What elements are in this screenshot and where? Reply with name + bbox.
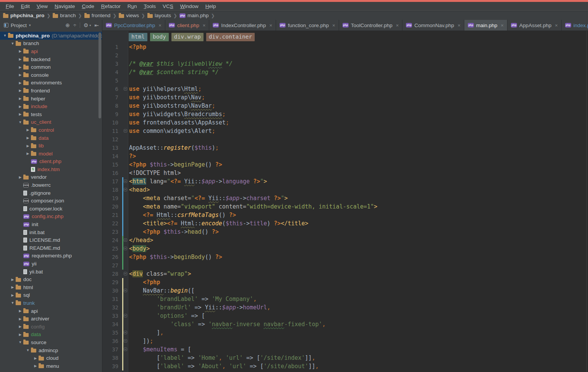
code-line-6[interactable]: 6−use yii\helpers\Html; (102, 85, 586, 93)
tree-row-common[interactable]: ▶common (0, 63, 102, 71)
code-line-28[interactable]: 28−<div class="wrap"> (102, 270, 586, 278)
code-line-39[interactable]: 39 ['label' => 'About', 'url' => ['/site… (102, 362, 586, 370)
tree-row-yii.bat[interactable]: yii.bat (0, 268, 102, 276)
tab-ToolController.php[interactable]: ToolController.php× (339, 20, 402, 31)
tree-collapse-icon[interactable]: ▶ (25, 144, 31, 148)
tree-row-api[interactable]: ▶api (0, 307, 102, 315)
breadcrumb-item-layouts[interactable]: layouts (147, 13, 171, 18)
settings-gear-icon[interactable]: ⚙ (84, 23, 89, 28)
code-line-35[interactable]: 35− ], (102, 328, 586, 337)
tag-breadcrumb-body[interactable]: body (150, 33, 169, 41)
breadcrumb-item-frontend[interactable]: frontend (84, 13, 111, 18)
tree-row-sql[interactable]: ▶sql (0, 291, 102, 299)
fold-marker-icon[interactable]: − (124, 129, 127, 133)
tree-collapse-icon[interactable]: ▶ (32, 364, 39, 368)
locate-icon[interactable]: ⊕ (65, 23, 70, 28)
tree-row-requirements.php[interactable]: requirements.php (0, 252, 102, 260)
tree-collapse-icon[interactable]: ▶ (17, 333, 23, 336)
code-line-5[interactable]: 5 (102, 76, 586, 85)
tab-function_core.php[interactable]: function_core.php× (276, 20, 339, 31)
code-line-20[interactable]: 20 <meta name="viewport" content="width=… (102, 202, 586, 211)
tree-collapse-icon[interactable]: ▶ (10, 293, 16, 297)
tree-expand-icon[interactable]: ▼ (25, 348, 31, 352)
tree-row-README.md[interactable]: README.md (0, 244, 102, 252)
code-line-19[interactable]: 19 <meta charset="<?= Yii::$app->charset… (102, 194, 586, 202)
tree-row-data[interactable]: ▶data (0, 331, 102, 339)
fold-marker-icon[interactable]: − (124, 247, 127, 250)
tree-row-lib[interactable]: ▶lib (0, 142, 102, 150)
menu-item-refactor[interactable]: Refactor (98, 3, 124, 9)
collapse-all-icon[interactable]: ÷ (73, 23, 76, 28)
tree-row-environments[interactable]: ▶environments (0, 79, 102, 87)
tree-row-.bowerrc[interactable]: .bowerrc (0, 181, 102, 189)
tree-row-uc_client[interactable]: ▼uc_client (0, 118, 102, 126)
code-line-38[interactable]: 38 ['label' => 'Home', 'url' => ['/site/… (102, 354, 586, 362)
tree-collapse-icon[interactable]: ▶ (10, 278, 16, 281)
breadcrumb-item-main.php[interactable]: main.php (179, 13, 209, 18)
menu-item-view[interactable]: View (33, 3, 51, 9)
fold-marker-icon[interactable]: − (124, 188, 127, 191)
editor-area[interactable]: htmlbodydiv.wrapdiv.container 1<?php23/*… (102, 31, 588, 372)
code-line-36[interactable]: 36− ]); (102, 337, 586, 345)
tree-row-doc[interactable]: ▶doc (0, 275, 102, 283)
tree-collapse-icon[interactable]: ▶ (17, 175, 23, 179)
tab-PpcController.php[interactable]: PpcController.php× (102, 20, 165, 31)
code-line-18[interactable]: 18−<head> (102, 186, 586, 194)
menu-item-help[interactable]: Help (202, 3, 220, 9)
code-line-3[interactable]: 3/* @var $this \yii\web\View */ (102, 60, 586, 68)
breadcrumb-item-views[interactable]: views (119, 13, 139, 18)
fold-marker-icon[interactable]: − (124, 238, 127, 242)
code-line-26[interactable]: 26<?php $this->beginBody() ?> (102, 253, 586, 261)
tree-collapse-icon[interactable]: ▶ (17, 89, 23, 92)
code-line-27[interactable]: 27 (102, 261, 586, 270)
code-line-4[interactable]: 4/* @var $content string */ (102, 68, 586, 76)
code-line-2[interactable]: 2 (102, 51, 586, 60)
tree-collapse-icon[interactable]: ▶ (17, 309, 23, 313)
tree-row-include[interactable]: ▶include (0, 102, 102, 110)
code-line-34[interactable]: 34 'class' => 'navbar-inverse navbar-fix… (102, 320, 586, 328)
fold-marker-icon[interactable]: − (124, 87, 127, 91)
tree-collapse-icon[interactable]: ▶ (17, 65, 23, 69)
fold-marker-icon[interactable]: − (124, 289, 127, 292)
code-line-11[interactable]: 11−use common\widgets\Alert; (102, 127, 586, 135)
tree-row-source[interactable]: ▼source (0, 338, 102, 346)
tree-row-init.bat[interactable]: init.bat (0, 228, 102, 236)
tree-row-.gitignore[interactable]: .gitignore (0, 189, 102, 197)
code-line-14[interactable]: 14?> (102, 152, 586, 160)
tree-collapse-icon[interactable]: ▶ (17, 49, 23, 53)
tree-expand-icon[interactable]: ▼ (17, 340, 23, 344)
close-icon[interactable]: × (332, 23, 335, 28)
menu-item-run[interactable]: Run (124, 3, 141, 9)
tab-main.php[interactable]: main.php× (464, 20, 507, 31)
tree-collapse-icon[interactable]: ▶ (17, 325, 23, 328)
code-line-30[interactable]: 30− NavBar::begin([ (102, 286, 586, 295)
fold-marker-icon[interactable]: − (124, 331, 127, 334)
code-line-8[interactable]: 8use yii\bootstrap\NavBar; (102, 102, 586, 110)
code-line-32[interactable]: 32 'brandUrl' => Yii::$app->homeUrl, (102, 303, 586, 312)
code-line-33[interactable]: 33− 'options' => [ (102, 312, 586, 320)
tree-row-model[interactable]: ▶model (0, 150, 102, 158)
code-line-13[interactable]: 13AppAsset::register($this); (102, 144, 586, 152)
code-line-9[interactable]: 9use yii\widgets\Breadcrumbs; (102, 110, 586, 118)
tree-row-frontend[interactable]: ▶frontend (0, 87, 102, 95)
tree-row-backend[interactable]: ▶backend (0, 55, 102, 63)
tab-client.php[interactable]: client.php× (165, 20, 209, 31)
tree-expand-icon[interactable]: ▼ (17, 120, 23, 124)
code-line-22[interactable]: 22 <title><?= Html::encode($this->title)… (102, 219, 586, 228)
close-icon[interactable]: × (158, 23, 162, 28)
close-icon[interactable]: × (269, 23, 272, 28)
breadcrumb-item-phpchina_pro[interactable]: phpchina_pro (3, 13, 44, 18)
menu-item-tools[interactable]: Tools (140, 3, 159, 9)
tree-collapse-icon[interactable]: ▶ (25, 152, 31, 155)
tree-row-cloud[interactable]: ▶cloud (0, 354, 102, 362)
close-icon[interactable]: × (501, 23, 504, 28)
tree-row-admincp[interactable]: ▼admincp (0, 346, 102, 354)
tree-row-composer.json[interactable]: composer.json (0, 197, 102, 205)
tree-collapse-icon[interactable]: ▶ (25, 128, 31, 132)
project-view-selector[interactable]: Project ▾ (4, 23, 31, 28)
tree-row-client.php[interactable]: client.php (0, 158, 102, 166)
code-line-12[interactable]: 12 (102, 135, 586, 144)
tab-index.php[interactable]: index.php× (562, 20, 588, 31)
tree-collapse-icon[interactable]: ▶ (17, 317, 23, 321)
close-icon[interactable]: × (555, 23, 558, 28)
